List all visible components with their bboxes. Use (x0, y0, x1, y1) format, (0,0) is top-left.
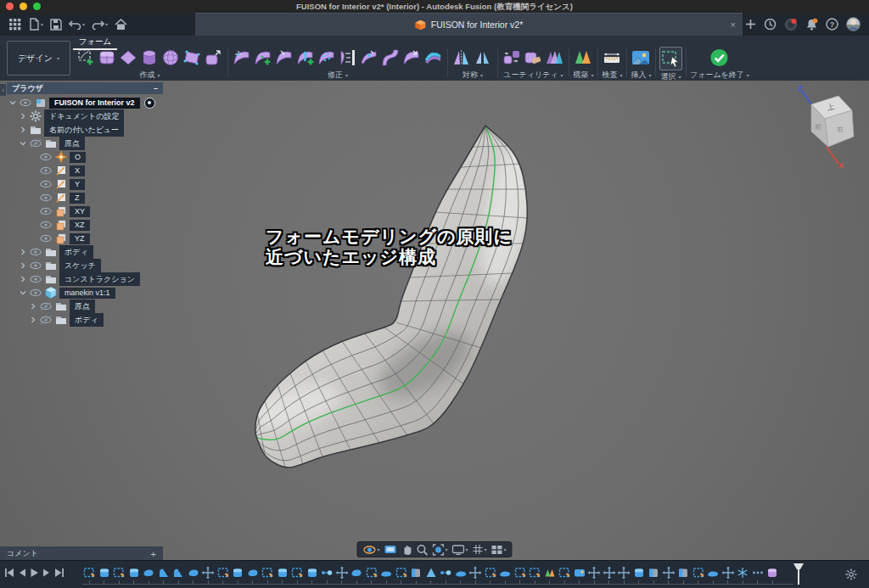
mirror-duplicate-button[interactable] (473, 47, 494, 69)
zoom-icon[interactable] (415, 544, 429, 556)
timeline-feature-sketch-icon[interactable] (112, 566, 126, 584)
expander-closed-icon[interactable] (19, 113, 27, 120)
timeline-feature-sketch-icon[interactable] (528, 566, 541, 584)
toolbar-group-label[interactable]: 修正▾ (328, 70, 348, 81)
timeline-feature-box-icon[interactable] (306, 566, 319, 584)
workspace-selector[interactable]: デザイン ▾ (7, 41, 70, 76)
timeline-feature-sketch-icon[interactable] (395, 566, 408, 584)
visibility-eye-icon[interactable] (29, 275, 42, 283)
pan-icon[interactable] (400, 544, 412, 555)
browser-item-label[interactable]: Y (70, 179, 85, 190)
face-button[interactable] (182, 47, 203, 69)
browser-item-label[interactable]: スケッチ (59, 259, 101, 272)
expander-closed-icon[interactable] (29, 303, 37, 310)
visibility-eye-icon[interactable] (29, 288, 42, 297)
notifications-icon[interactable] (805, 18, 818, 31)
timeline-feature-plane-icon[interactable] (543, 566, 557, 584)
timeline-feature-sketch-icon[interactable] (365, 566, 378, 584)
sphere-button[interactable] (160, 47, 182, 69)
timeline-feature-move-icon[interactable] (617, 566, 631, 584)
browser-item-label[interactable]: manekin v1:1 (59, 288, 115, 299)
browser-item-label[interactable]: Z (70, 193, 85, 204)
display-settings-icon[interactable]: ▾ (451, 545, 468, 555)
orbit-icon[interactable]: ▾ (362, 544, 380, 556)
insert-point-button[interactable] (253, 47, 274, 69)
timeline-feature-sketch-icon[interactable] (692, 566, 705, 584)
timeline-feature-sketch-icon[interactable] (484, 566, 497, 584)
toolbar-group-label[interactable]: ユーティリティ▾ (503, 70, 563, 81)
home-icon[interactable] (113, 17, 129, 32)
timeline-feature-wedge-icon[interactable] (157, 566, 171, 584)
help-icon[interactable]: ? (826, 18, 838, 31)
timeline-feature-box-icon[interactable] (231, 566, 244, 584)
expander-open-icon[interactable] (19, 289, 27, 296)
timeline-feature-sketch-icon[interactable] (82, 566, 96, 584)
thicken-button[interactable] (423, 47, 444, 69)
bridge-button[interactable] (380, 47, 401, 69)
expander-open-icon[interactable] (8, 99, 17, 106)
browser-item-label[interactable]: YZ (70, 233, 90, 244)
browser-item-label[interactable]: XY (70, 206, 90, 217)
timeline-feature-graybox-icon[interactable] (647, 566, 660, 584)
select-window-button[interactable] (659, 47, 682, 70)
visibility-eye-off-icon[interactable] (29, 139, 42, 148)
look-at-icon[interactable] (383, 545, 397, 555)
timeline-feature-blob-icon[interactable] (454, 566, 468, 584)
timeline-feature-form-icon[interactable] (350, 566, 363, 584)
skip-start-icon[interactable] (4, 568, 14, 578)
recent-icon[interactable] (764, 18, 776, 31)
visibility-eye-icon[interactable] (39, 234, 53, 243)
add-comment-button[interactable]: + (151, 549, 156, 559)
skip-end-icon[interactable] (54, 568, 64, 578)
browser-collapse-handle[interactable]: ‹ (0, 84, 6, 96)
pull-button[interactable] (401, 47, 423, 69)
timeline-feature-form-icon[interactable] (187, 566, 200, 584)
visibility-eye-icon[interactable] (29, 261, 42, 270)
3d-viewport[interactable]: フォームモデリングの原則に 近づいたエッジ構成 Z X 上 前 右 ‹ ブラウザ… (0, 81, 869, 561)
crease-button[interactable] (274, 47, 295, 69)
toolbar-group-label[interactable]: フォームを終了▾ (690, 70, 749, 81)
mirror-internal-button[interactable] (451, 47, 473, 69)
browser-item-label[interactable]: ボディ (70, 313, 104, 327)
display-mode-button[interactable] (544, 47, 565, 69)
construction-plane-button[interactable] (573, 47, 594, 69)
expander-closed-icon[interactable] (19, 249, 27, 255)
activate-component-radio[interactable] (144, 98, 155, 109)
form-context-tab[interactable]: フォーム (73, 36, 117, 50)
timeline-feature-blob-icon[interactable] (379, 566, 393, 584)
timeline-feature-graybox-icon[interactable] (676, 566, 690, 584)
expander-closed-icon[interactable] (19, 262, 27, 269)
measure-button[interactable] (602, 47, 623, 69)
visibility-eye-icon[interactable] (39, 153, 53, 161)
job-status-icon[interactable] (784, 18, 798, 31)
grid-icon[interactable]: ▾ (472, 544, 488, 555)
subdivide-button[interactable] (317, 47, 338, 69)
fit-icon[interactable]: ▾ (431, 544, 448, 556)
cylinder-button[interactable] (139, 47, 160, 69)
finish-form-button[interactable] (709, 47, 730, 69)
browser-item-label[interactable]: XZ (70, 220, 90, 231)
timeline-feature-box-icon[interactable] (98, 566, 111, 584)
timeline-feature-sketch-icon[interactable] (216, 566, 230, 584)
browser-item-label[interactable]: FUISON for Interior v2 (49, 98, 140, 109)
browser-item-label[interactable]: コンストラクション (59, 272, 140, 286)
toolbar-group-label[interactable]: 対称▾ (463, 70, 483, 81)
timeline-feature-screen-icon[interactable] (573, 566, 586, 584)
timeline-feature-link-icon[interactable] (320, 566, 334, 584)
timeline-playhead[interactable] (793, 563, 805, 585)
visibility-eye-icon[interactable] (39, 221, 53, 229)
timeline-feature-sketch-icon[interactable] (290, 566, 304, 584)
timeline-feature-move-icon[interactable] (335, 566, 349, 584)
browser-minimize-icon[interactable]: – (154, 84, 158, 92)
visibility-eye-icon[interactable] (39, 193, 53, 202)
timeline-feature-dots-icon[interactable] (751, 566, 765, 584)
timeline-feature-move-icon[interactable] (662, 566, 676, 584)
timeline-feature-link-icon[interactable] (439, 566, 452, 584)
play-icon[interactable] (30, 568, 39, 578)
app-grid-icon[interactable] (7, 16, 23, 32)
undo-icon[interactable]: ▾ (67, 17, 87, 31)
browser-item-label[interactable]: 原点 (59, 137, 85, 150)
timeline-feature-move-icon[interactable] (468, 566, 482, 584)
convert-button[interactable] (502, 47, 523, 69)
visibility-eye-icon[interactable] (39, 180, 53, 188)
